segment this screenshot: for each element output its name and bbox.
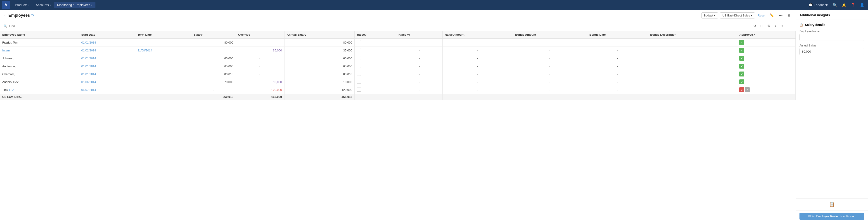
reset-button[interactable]: Reset bbox=[757, 13, 766, 18]
feedback-chat-icon: 💬 bbox=[809, 3, 813, 7]
raise-checkbox[interactable] bbox=[357, 56, 361, 60]
cell-annual-salary: 65,000 bbox=[284, 54, 354, 62]
col-bonus-date[interactable]: Bonus Date bbox=[587, 31, 648, 38]
export-icon[interactable]: ⊞ bbox=[786, 23, 792, 29]
col-term-date[interactable]: Term Date bbox=[135, 31, 191, 38]
cell-employee-name: Frazier, Tom bbox=[0, 38, 79, 46]
cell-raise-amount: - bbox=[442, 46, 513, 54]
cell-raise[interactable] bbox=[354, 46, 396, 54]
nav-item-accounts[interactable]: Accounts ▾ bbox=[33, 2, 54, 8]
search-input[interactable] bbox=[9, 24, 54, 28]
cell-raise[interactable] bbox=[354, 54, 396, 62]
col-bonus-amount[interactable]: Bonus Amount bbox=[513, 31, 587, 38]
table-row: Anders, Dev 01/06/2014 70,000 10,000 10,… bbox=[0, 78, 796, 86]
table-row: Charcoal,... 01/01/2014 80,018 - 80,018 … bbox=[0, 70, 796, 78]
sort-icon[interactable]: ⇅ bbox=[766, 23, 772, 29]
approved-check-icon[interactable]: ✓ bbox=[739, 79, 744, 84]
search-bar: 🔍 ↺ ⊟ ⇅ + ⊕ ⊞ bbox=[0, 21, 796, 31]
cell-raise-amount: - bbox=[442, 38, 513, 46]
nav-item-monitoring[interactable]: Monitoring / Employees ▾ bbox=[54, 2, 95, 8]
bell-icon: 🔔 bbox=[842, 3, 846, 7]
cell-raise-pct: - bbox=[396, 38, 442, 46]
cell-start-date: 01/01/2014 bbox=[79, 70, 135, 78]
user-profile-button[interactable]: 👤 bbox=[858, 2, 866, 8]
cell-salary: 80,000 bbox=[191, 38, 236, 46]
nav-item-products[interactable]: Products ▾ bbox=[12, 2, 33, 8]
cell-bonus-amount: - bbox=[513, 86, 587, 94]
notifications-button[interactable]: 🔔 bbox=[840, 2, 848, 8]
approved-check-icon[interactable]: ✓ bbox=[739, 72, 744, 76]
cell-raise[interactable] bbox=[354, 86, 396, 94]
cell-term-date bbox=[135, 62, 191, 70]
col-approved[interactable]: Approved? bbox=[737, 31, 796, 38]
col-raise-amount[interactable]: Raise Amount bbox=[442, 31, 513, 38]
cell-bonus-desc bbox=[648, 70, 737, 78]
col-salary[interactable]: Salary bbox=[191, 31, 236, 38]
cell-override: 35,000 bbox=[236, 46, 284, 54]
feedback-button[interactable]: 💬 Feedback bbox=[806, 2, 830, 8]
undo-icon[interactable]: ↺ bbox=[752, 23, 758, 29]
approved-check-gray-icon[interactable]: ✓ bbox=[745, 87, 750, 92]
annual-salary-input[interactable] bbox=[800, 48, 864, 55]
app-logo[interactable]: A bbox=[2, 1, 10, 9]
cell-employee-name: Anders, Dev bbox=[0, 78, 79, 86]
employee-name-label: Employee Name bbox=[800, 30, 864, 33]
col-bonus-desc[interactable]: Bonus Description bbox=[648, 31, 737, 38]
tba-link[interactable]: TBA bbox=[9, 88, 14, 91]
page-title-container: Employees ↻ bbox=[8, 13, 34, 18]
back-button[interactable]: ‹ bbox=[4, 13, 6, 18]
add-icon[interactable]: + bbox=[773, 23, 778, 29]
table-summary-row: US East-Dire... 360,018 165,000 455,018 … bbox=[0, 94, 796, 100]
more-options-icon[interactable]: ••• bbox=[777, 12, 784, 18]
approved-check-icon[interactable]: ✓ bbox=[739, 64, 744, 69]
employees-table: Employee Name Start Date Term Date Salar… bbox=[0, 31, 796, 100]
approved-check-icon[interactable]: ✓ bbox=[739, 48, 744, 53]
annual-salary-label: Annual Salary bbox=[800, 44, 864, 47]
cell-raise[interactable] bbox=[354, 78, 396, 86]
cell-raise-pct: - bbox=[396, 86, 442, 94]
budget-dropdown[interactable]: Budget ▾ bbox=[701, 12, 718, 18]
refresh-icon[interactable]: ↻ bbox=[31, 13, 34, 17]
col-override[interactable]: Override bbox=[236, 31, 284, 38]
cell-override: - bbox=[236, 70, 284, 78]
approved-check-icon[interactable]: ✓ bbox=[739, 40, 744, 45]
cell-salary: - bbox=[191, 86, 236, 94]
raise-checkbox[interactable] bbox=[357, 72, 361, 76]
cell-bonus-amount: - bbox=[513, 62, 587, 70]
cell-raise[interactable] bbox=[354, 62, 396, 70]
col-employee-name[interactable]: Employee Name bbox=[0, 31, 79, 38]
cell-bonus-desc bbox=[648, 62, 737, 70]
copy-button[interactable]: 📋 bbox=[827, 201, 837, 208]
raise-checkbox[interactable] bbox=[357, 64, 361, 68]
employee-name-input[interactable] bbox=[800, 34, 864, 41]
raise-checkbox[interactable] bbox=[357, 80, 361, 84]
approved-check-icon[interactable]: ✓ bbox=[739, 56, 744, 61]
search-nav-button[interactable]: 🔍 bbox=[831, 2, 839, 8]
col-raise-pct[interactable]: Raise % bbox=[396, 31, 442, 38]
import-icon[interactable]: ⊕ bbox=[779, 23, 785, 29]
col-start-date[interactable]: Start Date bbox=[79, 31, 135, 38]
cell-raise[interactable] bbox=[354, 70, 396, 78]
region-dropdown[interactable]: US East-Direct Sales ▾ bbox=[720, 12, 755, 18]
filter-icon[interactable]: ⊟ bbox=[759, 23, 765, 29]
raise-checkbox[interactable] bbox=[357, 48, 361, 52]
employee-name-field: Employee Name bbox=[800, 30, 864, 44]
col-annual-salary[interactable]: Annual Salary bbox=[284, 31, 354, 38]
cell-bonus-date: - bbox=[587, 86, 648, 94]
raise-checkbox[interactable] bbox=[357, 40, 361, 44]
expand-panel-icon[interactable]: ⊟ bbox=[786, 12, 792, 18]
summary-approved bbox=[737, 94, 796, 100]
help-button[interactable]: ❓ bbox=[849, 2, 857, 8]
col-raise[interactable]: Raise? bbox=[354, 31, 396, 38]
summary-annual: 455,018 bbox=[284, 94, 354, 100]
approved-x-icon[interactable]: ✗ bbox=[739, 87, 744, 92]
cell-raise[interactable] bbox=[354, 38, 396, 46]
roster-button[interactable]: 1/2 im Employee Roster from Roste... bbox=[800, 213, 864, 220]
cell-override: 120,000 bbox=[236, 86, 284, 94]
edit-icon[interactable]: ✏️ bbox=[768, 12, 775, 18]
panel-footer: 📋 bbox=[796, 198, 868, 210]
employee-name-link[interactable]: Intern bbox=[2, 49, 10, 52]
raise-checkbox[interactable] bbox=[357, 87, 361, 91]
cell-approved: ✓ bbox=[737, 38, 796, 46]
header-right-controls: Budget ▾ US East-Direct Sales ▾ Reset ✏️… bbox=[701, 12, 792, 18]
